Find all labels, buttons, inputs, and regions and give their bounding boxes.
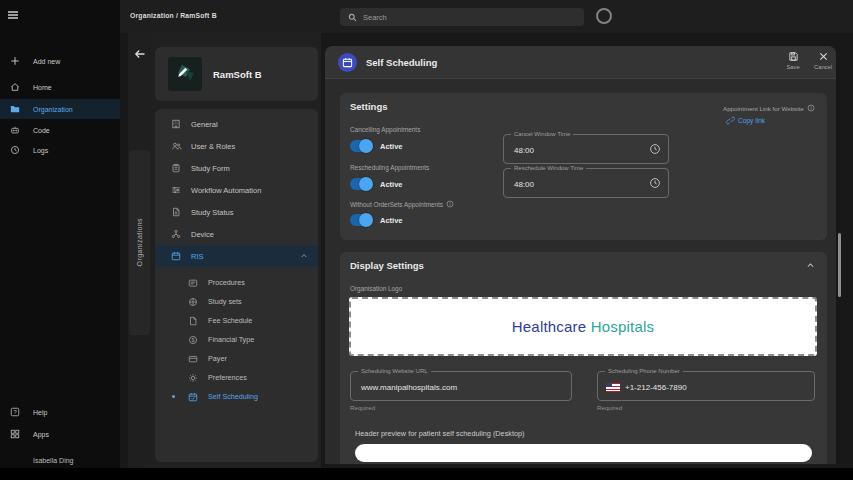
- sidebar-item-organization[interactable]: Organization: [0, 99, 120, 119]
- toggle-state-label: Active: [380, 180, 403, 189]
- logo-word-hospitals: Hospitals: [591, 318, 655, 335]
- info-icon[interactable]: [446, 200, 454, 208]
- header-preview-label: Header preview for patient self scheduli…: [355, 429, 525, 438]
- sidebar-item-add-new[interactable]: Add new: [0, 51, 120, 71]
- nav-subitem-fee-schedule[interactable]: Fee Schedule: [155, 311, 318, 330]
- search-bar[interactable]: [340, 8, 584, 26]
- nav-subitem-preferences[interactable]: Preferences: [155, 368, 318, 387]
- nav-item-general[interactable]: General: [155, 113, 318, 135]
- search-input[interactable]: [363, 13, 563, 22]
- fee-schedule-icon: [187, 316, 199, 326]
- nav-item-ris[interactable]: RIS: [155, 245, 318, 267]
- left-sidebar: Add new Home Organization Code Logs ? He…: [0, 0, 120, 468]
- workspace: Organization / RamSoft B Add new Home Or…: [0, 0, 853, 468]
- clock-icon[interactable]: [649, 177, 661, 189]
- card-icon: [187, 278, 199, 288]
- credit-card-icon: [187, 354, 199, 364]
- calendar-icon: [170, 251, 182, 261]
- organisation-logo-upload[interactable]: Healthcare Hospitals: [349, 297, 817, 356]
- users-icon: [170, 141, 182, 151]
- toggle-switch[interactable]: [350, 214, 372, 226]
- field-value: 48:00: [514, 135, 534, 165]
- nav-subitem-procedures[interactable]: Procedures: [155, 273, 318, 292]
- nav-subitem-label: Financial Type: [208, 335, 254, 344]
- organization-card: RamSoft B: [155, 47, 318, 101]
- nav-item-user-roles[interactable]: User & Roles: [155, 135, 318, 157]
- cancel-button-label: Cancel: [814, 64, 832, 70]
- nav-subitem-label: Fee Schedule: [208, 316, 252, 325]
- clock-icon[interactable]: [649, 143, 661, 155]
- breadcrumb: Organization / RamSoft B: [130, 12, 217, 19]
- active-indicator-dot: [172, 395, 175, 398]
- svg-text:?: ?: [13, 409, 17, 415]
- nav-subitem-payer[interactable]: Payer: [155, 349, 318, 368]
- appointment-link-label-text: Appointment Link for Website: [723, 105, 804, 112]
- copy-link-label: Copy link: [738, 117, 765, 124]
- sidebar-item-label: Apps: [33, 431, 49, 438]
- toggle-knob: [359, 213, 373, 227]
- vertical-scrollbar-thumb[interactable]: [838, 233, 841, 297]
- nav-item-device[interactable]: Device: [155, 223, 318, 245]
- scheduling-phone-number-field[interactable]: Scheduling Phone Number +1-212-456-7890: [597, 371, 815, 401]
- sidebar-item-label: Help: [33, 409, 47, 416]
- chevron-up-icon[interactable]: [300, 252, 308, 260]
- sidebar-item-label: Add new: [33, 58, 60, 65]
- nav-subitem-study-sets[interactable]: Study sets: [155, 292, 318, 311]
- panel-header: Self Scheduling Save Cancel: [325, 46, 836, 79]
- top-bar: Organization / RamSoft B: [0, 0, 853, 33]
- back-arrow-icon[interactable]: [131, 45, 148, 62]
- edit-pencil-icon: [176, 65, 190, 79]
- gear-icon: [187, 373, 199, 383]
- save-button[interactable]: Save: [778, 51, 808, 76]
- toggle-state-label: Active: [380, 216, 403, 225]
- user-avatar[interactable]: [596, 8, 612, 24]
- toggle-knob: [359, 139, 373, 153]
- collapse-chevron-icon[interactable]: [806, 261, 815, 270]
- display-settings-card: Display Settings Organisation Logo Healt…: [340, 252, 827, 464]
- nav-item-label: Study Status: [191, 208, 234, 217]
- field-value: +1-212-456-7890: [625, 383, 687, 392]
- sidebar-item-label: Code: [33, 127, 50, 134]
- cancel-window-time-field[interactable]: Cancel Window Time 48:00: [503, 134, 669, 164]
- organizations-vertical-tab[interactable]: Organizations: [129, 150, 150, 335]
- sidebar-item-home[interactable]: Home: [0, 77, 120, 97]
- us-flag-icon: [606, 383, 620, 392]
- current-user-name[interactable]: Isabella Ding: [33, 457, 73, 464]
- sidebar-item-label: Home: [33, 84, 52, 91]
- building-icon: [170, 119, 182, 129]
- hamburger-menu-icon[interactable]: [4, 6, 21, 23]
- display-settings-heading: Display Settings: [350, 260, 424, 271]
- copy-link-button[interactable]: Copy link: [726, 116, 765, 125]
- sidebar-item-label: Organization: [33, 106, 73, 113]
- nav-subitem-financial-type[interactable]: $ Financial Type: [155, 330, 318, 349]
- scheduling-website-url-field[interactable]: Scheduling Website URL www.manipalhospit…: [350, 371, 572, 401]
- self-scheduling-header-icon: [338, 53, 357, 72]
- toggle-switch[interactable]: [350, 140, 372, 152]
- apps-grid-icon: [8, 429, 21, 439]
- rescheduling-appointments-toggle-row: Active: [350, 178, 403, 190]
- nav-item-study-status[interactable]: Study Status: [155, 201, 318, 223]
- toggle-switch[interactable]: [350, 178, 372, 190]
- save-button-label: Save: [786, 64, 799, 70]
- nav-item-label: RIS: [191, 252, 204, 261]
- info-icon[interactable]: [807, 104, 815, 112]
- cancel-button[interactable]: Cancel: [808, 51, 836, 76]
- nav-subitem-self-scheduling[interactable]: Self Scheduling: [155, 387, 318, 406]
- field-hint: Required: [597, 404, 622, 411]
- robot-icon: [8, 125, 21, 135]
- field-hint: Required: [350, 404, 375, 411]
- organization-avatar[interactable]: [168, 57, 202, 91]
- svg-text:$: $: [191, 336, 194, 342]
- toggle-label-text: Without OrderSets Appointments: [350, 201, 443, 208]
- sidebar-item-logs[interactable]: Logs: [0, 140, 120, 160]
- sidebar-item-help[interactable]: ? Help: [0, 402, 120, 422]
- nav-item-workflow-automation[interactable]: Workflow Automation: [155, 179, 318, 201]
- sliders-icon: [170, 185, 182, 195]
- sidebar-item-apps[interactable]: Apps: [0, 424, 120, 444]
- document-icon: [170, 207, 182, 217]
- field-value: 48:00: [514, 169, 534, 199]
- toggle-label: Cancelling Appointments: [350, 126, 420, 133]
- nav-item-study-form[interactable]: Study Form: [155, 157, 318, 179]
- reschedule-window-time-field[interactable]: Reschedule Window Time 48:00: [503, 168, 669, 198]
- sidebar-item-code[interactable]: Code: [0, 120, 120, 140]
